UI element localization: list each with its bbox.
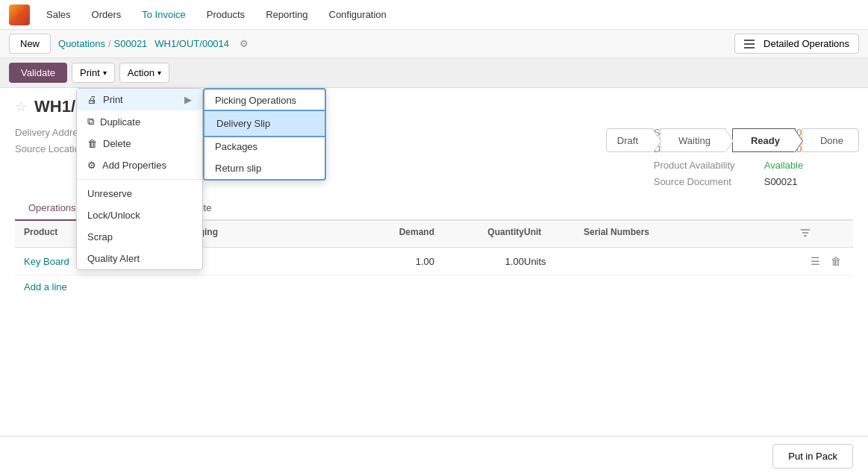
dropdown-print-item[interactable]: 🖨 Print ▶ — [77, 89, 202, 110]
dropdown-duplicate-item[interactable]: ⧉ Duplicate — [77, 110, 202, 133]
validate-button[interactable]: Validate — [9, 63, 67, 83]
new-button[interactable]: New — [9, 34, 51, 54]
print-caret-icon: ▾ — [103, 69, 107, 77]
pipeline-step-draft[interactable]: Draft — [606, 128, 654, 152]
dropdown-scrap-item[interactable]: Scrap — [77, 226, 202, 248]
quantity-cell[interactable]: 1.00 — [434, 256, 524, 267]
detailed-ops-button[interactable]: Detailed Operations — [734, 34, 859, 54]
trash-row-icon[interactable]: 🗑 — [828, 254, 844, 269]
product-availability-row: Product Availability Available — [654, 160, 853, 171]
printer-icon: 🖨 — [87, 94, 97, 105]
properties-icon: ⚙ — [87, 160, 96, 171]
action-bar: New Quotations / S00021 WH1/OUT/00014 ⚙ … — [0, 30, 868, 58]
nav-configuration[interactable]: Configuration — [325, 6, 391, 23]
source-document-value: S00021 — [764, 176, 798, 187]
dropdown-delete-item[interactable]: 🗑 Delete — [77, 133, 202, 154]
add-line-button[interactable]: Add a line — [15, 275, 853, 298]
dropdown-add-properties-item[interactable]: ⚙ Add Properties — [77, 154, 202, 176]
top-nav: Sales Orders To Invoice Products Reporti… — [0, 0, 868, 30]
submenu-arrow-icon: ▶ — [184, 94, 192, 105]
product-availability-value: Available — [764, 160, 804, 171]
print-submenu: Picking Operations Delivery Slip Package… — [203, 88, 326, 181]
breadcrumb: Quotations / S00021 — [58, 38, 147, 49]
pipeline-step-waiting[interactable]: Waiting — [660, 128, 726, 152]
action-button[interactable]: Action ▾ — [119, 63, 169, 83]
toolbar: Validate Print ▾ Action ▾ Draft Waiting … — [0, 58, 868, 88]
dropdown-quality-item[interactable]: Quality Alert — [77, 248, 202, 269]
sub-record: WH1/OUT/00014 — [154, 38, 229, 49]
nav-reporting[interactable]: Reporting — [261, 6, 312, 23]
breadcrumb-child[interactable]: S00021 — [114, 38, 148, 49]
demand-cell[interactable]: 1.00 — [322, 256, 434, 267]
product-availability-label: Product Availability — [654, 160, 758, 171]
pipeline-step-ready[interactable]: Ready — [732, 128, 796, 152]
source-document-row: Source Document S00021 — [654, 176, 853, 187]
nav-to-invoice[interactable]: To Invoice — [137, 6, 190, 23]
print-button[interactable]: Print ▾ — [72, 63, 115, 83]
print-delivery-slip[interactable]: Delivery Slip — [203, 110, 326, 137]
print-picking-ops[interactable]: Picking Operations — [204, 90, 325, 111]
unit-cell: Units — [524, 256, 584, 267]
main-dropdown: 🖨 Print ▶ ⧉ Duplicate 🗑 Delete ⚙ Add Pro… — [76, 88, 203, 270]
print-return-slip[interactable]: Return slip — [204, 157, 325, 179]
delete-icon: 🗑 — [87, 138, 97, 149]
pipeline-step-done[interactable]: Done — [802, 128, 859, 152]
duplicate-icon: ⧉ — [87, 116, 94, 128]
star-icon[interactable]: ☆ — [15, 98, 27, 115]
app-logo — [9, 4, 30, 25]
action-caret-icon: ▾ — [157, 69, 161, 77]
gear-icon[interactable]: ⚙ — [240, 38, 249, 49]
pipeline: Draft Waiting Ready Done — [606, 128, 859, 152]
hamburger-icon — [744, 40, 755, 48]
row-actions: ☰ 🗑 — [799, 254, 844, 269]
dropdown-lock-item[interactable]: Lock/Unlock — [77, 204, 202, 226]
breadcrumb-parent[interactable]: Quotations — [58, 38, 105, 49]
list-icon[interactable]: ☰ — [808, 254, 823, 269]
nav-orders[interactable]: Orders — [87, 6, 126, 23]
nav-products[interactable]: Products — [202, 6, 249, 23]
source-document-label: Source Document — [654, 176, 758, 187]
print-packages[interactable]: Packages — [204, 136, 325, 157]
nav-sales[interactable]: Sales — [42, 6, 75, 23]
dropdown-unreserve-item[interactable]: Unreserve — [77, 183, 202, 204]
breadcrumb-sep: / — [108, 38, 111, 49]
